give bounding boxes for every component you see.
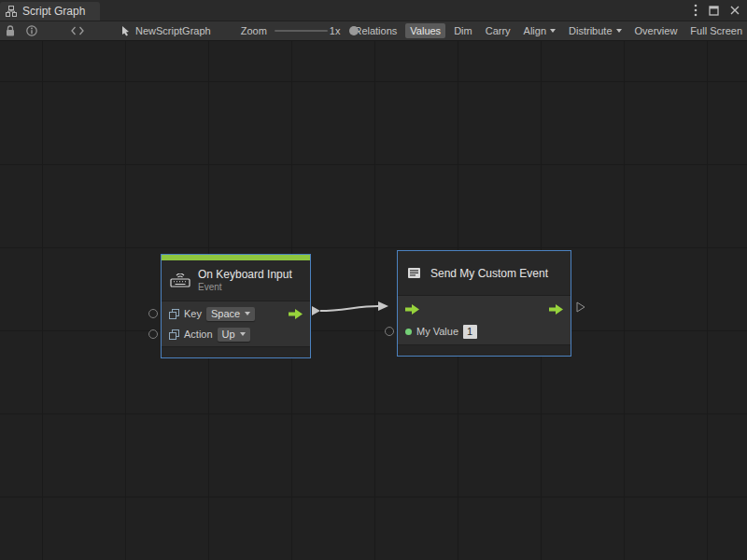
flow-output-port[interactable] — [289, 309, 303, 319]
node-header: Send My Custom Event — [398, 251, 571, 296]
pointer-icon — [121, 25, 131, 36]
key-dropdown[interactable]: Space — [206, 307, 255, 321]
dim-button[interactable]: Dim — [449, 23, 477, 38]
port-row-action: Action Up — [162, 324, 310, 344]
carry-button[interactable]: Carry — [481, 23, 515, 38]
object-icon — [169, 329, 179, 340]
port-label-key: Key — [184, 308, 202, 319]
port-row-key: Key Space — [162, 303, 310, 324]
zoom-slider[interactable] — [275, 21, 328, 41]
keyboard-icon — [170, 273, 190, 287]
port-label-my-value: My Value — [416, 326, 458, 337]
fullscreen-button[interactable]: Full Screen — [685, 23, 747, 38]
align-button[interactable]: Align — [519, 23, 560, 38]
window-controls — [694, 0, 740, 21]
node-body: My Value 1 — [398, 296, 571, 344]
key-dropdown-value: Space — [211, 308, 240, 319]
zoom-slider-track — [275, 30, 328, 32]
connection-wire — [0, 41, 747, 560]
maximize-icon[interactable] — [709, 6, 719, 16]
node-footer — [162, 346, 310, 357]
object-icon — [169, 309, 179, 319]
zoom-value: 1x — [330, 25, 341, 36]
node-subtitle: Event — [198, 282, 292, 293]
port-row-my-value: My Value 1 — [398, 320, 571, 343]
chevron-down-icon — [240, 332, 246, 336]
menu-icon[interactable] — [694, 4, 698, 17]
action-dropdown[interactable]: Up — [218, 328, 250, 342]
value-input-port[interactable] — [148, 309, 158, 318]
flow-continue-marker — [576, 301, 585, 313]
tab-title: Script Graph — [22, 5, 85, 18]
zoom-label: Zoom — [241, 25, 267, 36]
flow-row — [398, 298, 571, 320]
node-header: On Keyboard Input Event — [162, 260, 310, 301]
chevron-down-icon — [550, 29, 556, 33]
close-icon[interactable] — [730, 6, 740, 15]
flow-input-port[interactable] — [405, 304, 419, 315]
tab-strip: Script Graph — [0, 0, 747, 21]
zoom-slider-knob[interactable] — [349, 26, 359, 35]
port-label-action: Action — [184, 329, 213, 340]
graph-canvas[interactable]: On Keyboard Input Event Key Space — [0, 41, 747, 560]
flow-output-port[interactable] — [549, 304, 563, 315]
lock-icon[interactable] — [6, 25, 15, 37]
graph-breadcrumb[interactable]: NewScriptGraph — [121, 25, 211, 36]
info-icon[interactable] — [26, 25, 37, 36]
value-port-dot — [405, 329, 412, 335]
graph-toolbar: NewScriptGraph Zoom 1x Relations Values … — [0, 21, 747, 41]
script-graph-icon — [6, 6, 17, 17]
graph-name: NewScriptGraph — [135, 25, 211, 36]
tab-script-graph[interactable]: Script Graph — [0, 2, 100, 21]
node-body: Key Space Action — [162, 301, 310, 346]
my-value-field[interactable]: 1 — [463, 325, 477, 339]
value-input-port[interactable] — [148, 329, 158, 339]
node-send-my-custom-event[interactable]: Send My Custom Event My Value 1 — [397, 250, 571, 357]
toolbar-buttons: Relations Values Dim Carry Align Distrib… — [349, 23, 747, 38]
values-button[interactable]: Values — [405, 23, 445, 38]
chevron-down-icon — [616, 29, 622, 33]
script-graph-window: Script Graph NewScrip — [0, 0, 747, 560]
node-footer — [398, 344, 571, 356]
action-dropdown-value: Up — [222, 329, 235, 340]
distribute-button[interactable]: Distribute — [564, 23, 626, 38]
node-title: Send My Custom Event — [430, 267, 548, 280]
value-input-port[interactable] — [385, 327, 394, 336]
node-on-keyboard-input[interactable]: On Keyboard Input Event Key Space — [161, 254, 311, 358]
node-title: On Keyboard Input — [198, 268, 292, 281]
event-icon — [406, 266, 423, 280]
code-icon[interactable] — [71, 26, 84, 35]
overview-button[interactable]: Overview — [630, 23, 683, 38]
chevron-down-icon — [245, 312, 250, 315]
